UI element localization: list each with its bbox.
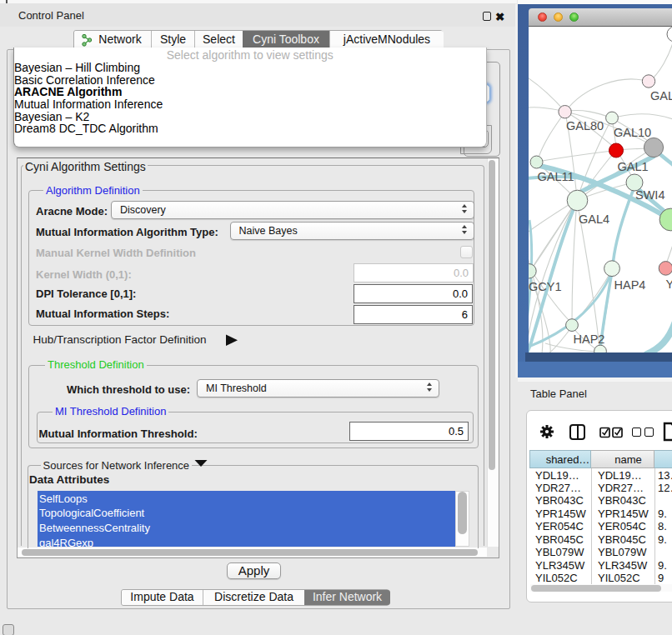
svg-text:HAP4: HAP4: [614, 278, 646, 291]
svg-text:SWI4: SWI4: [635, 188, 664, 201]
svg-text:Y: Y: [666, 277, 672, 290]
svg-text:GCY1: GCY1: [529, 279, 562, 292]
svg-text:HAP2: HAP2: [574, 332, 605, 345]
svg-text:GAL4: GAL4: [579, 212, 609, 225]
svg-text:GAL10: GAL10: [614, 125, 651, 138]
svg-text:GAL80: GAL80: [566, 119, 604, 132]
svg-text:GAL1: GAL1: [618, 159, 649, 172]
svg-text:GAL7: GAL7: [650, 88, 672, 102]
svg-text:GAL11: GAL11: [538, 169, 574, 182]
